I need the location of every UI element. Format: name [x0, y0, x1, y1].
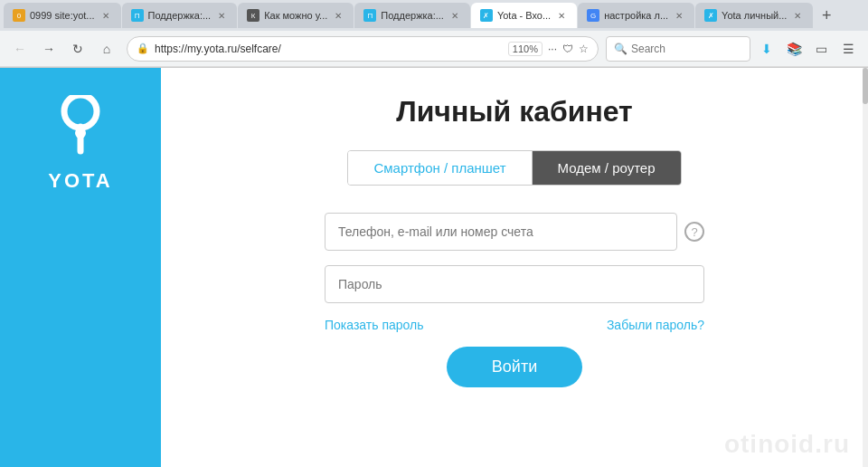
tab-3-close[interactable]: ✕ — [332, 9, 344, 22]
page-content: YOTA Личный кабинет Смартфон / планшет М… — [0, 68, 868, 467]
device-tabs: Смартфон / планшет Модем / роутер — [347, 150, 681, 186]
toolbar: ← → ↻ ⌂ 🔒 https://my.yota.ru/selfcare/ 1… — [0, 31, 868, 67]
tab-1-favicon: 0 — [13, 9, 25, 22]
tab-4-favicon: П — [363, 9, 376, 22]
download-icon[interactable]: ⬇ — [754, 36, 779, 62]
search-input[interactable] — [631, 43, 742, 55]
show-password-link[interactable]: Показать пароль — [325, 318, 424, 332]
scroll-indicator — [863, 68, 868, 467]
tab-6-label: настройка л... — [604, 10, 668, 21]
zoom-level: 110% — [508, 42, 542, 56]
tab-6-close[interactable]: ✕ — [673, 9, 685, 22]
browser-chrome: 0 0999 site:yot... ✕ П Поддержка:... ✕ К… — [0, 0, 868, 68]
yota-logo-symbol — [49, 95, 112, 166]
main-content: Личный кабинет Смартфон / планшет Модем … — [161, 68, 868, 467]
username-field-row: ? — [325, 213, 704, 251]
tab-7-close[interactable]: ✕ — [791, 9, 804, 22]
yota-logo-text: YOTA — [48, 169, 112, 193]
tab-2[interactable]: П Поддержка:... ✕ — [122, 3, 238, 28]
password-actions: Показать пароль Забыли пароль? — [325, 318, 704, 332]
scroll-thumb — [863, 68, 868, 104]
yota-logo: YOTA — [48, 95, 112, 193]
bookmark-icon: ☆ — [579, 43, 589, 55]
tab-2-favicon: П — [131, 9, 144, 22]
tab-3[interactable]: К Как можно у... ✕ — [238, 3, 354, 28]
tab-1[interactable]: 0 0999 site:yot... ✕ — [4, 3, 121, 28]
sidebar-toggle-icon[interactable]: ▭ — [808, 36, 834, 62]
tab-4-label: Поддержка:... — [381, 10, 444, 21]
address-bar[interactable]: 🔒 https://my.yota.ru/selfcare/ 110% ··· … — [127, 36, 599, 62]
page-title: Личный кабинет — [396, 95, 633, 129]
tab-1-close[interactable]: ✕ — [99, 9, 112, 22]
tab-5-close[interactable]: ✕ — [555, 9, 568, 22]
url-display: https://my.yota.ru/selfcare/ — [155, 43, 503, 55]
search-icon: 🔍 — [614, 43, 627, 55]
forward-button[interactable]: → — [36, 36, 61, 62]
reload-button[interactable]: ↻ — [65, 36, 90, 62]
tab-3-label: Как можно у... — [264, 10, 327, 21]
yota-symbol-svg — [49, 95, 112, 158]
new-tab-button[interactable]: + — [814, 3, 839, 28]
tab-5-active[interactable]: ✗ Yota - Вхо... ✕ — [471, 3, 577, 28]
watermark: otinoid.ru — [724, 430, 850, 459]
login-button[interactable]: Войти — [447, 347, 582, 387]
back-button[interactable]: ← — [7, 36, 33, 62]
tab-4-close[interactable]: ✕ — [448, 9, 461, 22]
svg-point-0 — [64, 95, 97, 128]
library-icon[interactable]: 📚 — [781, 36, 807, 62]
shield-icon: 🛡 — [562, 43, 573, 55]
tab-7[interactable]: ✗ Yota личный... ✕ — [695, 3, 813, 28]
tab-7-label: Yota личный... — [722, 10, 787, 21]
tab-4[interactable]: П Поддержка:... ✕ — [354, 3, 470, 28]
modem-router-tab[interactable]: Модем / роутер — [533, 151, 681, 185]
more-icon: ··· — [548, 43, 557, 55]
tab-5-favicon: ✗ — [480, 9, 493, 22]
smartphone-tablet-tab[interactable]: Смартфон / планшет — [348, 151, 532, 185]
tab-1-label: 0999 site:yot... — [30, 10, 95, 21]
tab-7-favicon: ✗ — [704, 9, 717, 22]
login-button-row: Войти — [325, 347, 704, 387]
tab-2-close[interactable]: ✕ — [215, 9, 228, 22]
password-field-row — [325, 265, 704, 303]
tab-5-label: Yota - Вхо... — [497, 10, 551, 21]
tab-bar: 0 0999 site:yot... ✕ П Поддержка:... ✕ К… — [0, 0, 868, 31]
search-bar[interactable]: 🔍 — [606, 36, 750, 62]
tab-3-favicon: К — [247, 9, 259, 22]
forgot-password-link[interactable]: Забыли пароль? — [607, 318, 704, 332]
tab-6-favicon: G — [587, 9, 599, 22]
username-input[interactable] — [325, 213, 677, 251]
login-form: ? Показать пароль Забыли пароль? Войти — [325, 213, 704, 387]
tab-2-label: Поддержка:... — [148, 10, 212, 21]
menu-icon[interactable]: ☰ — [835, 36, 861, 62]
tab-6[interactable]: G настройка л... ✕ — [578, 3, 694, 28]
home-button[interactable]: ⌂ — [94, 36, 119, 62]
toolbar-icons: ⬇ 📚 ▭ ☰ — [754, 36, 861, 62]
password-input[interactable] — [325, 265, 704, 303]
security-icon: 🔒 — [137, 43, 149, 54]
yota-sidebar: YOTA — [0, 68, 161, 467]
help-icon[interactable]: ? — [684, 222, 704, 242]
svg-point-2 — [75, 128, 86, 138]
